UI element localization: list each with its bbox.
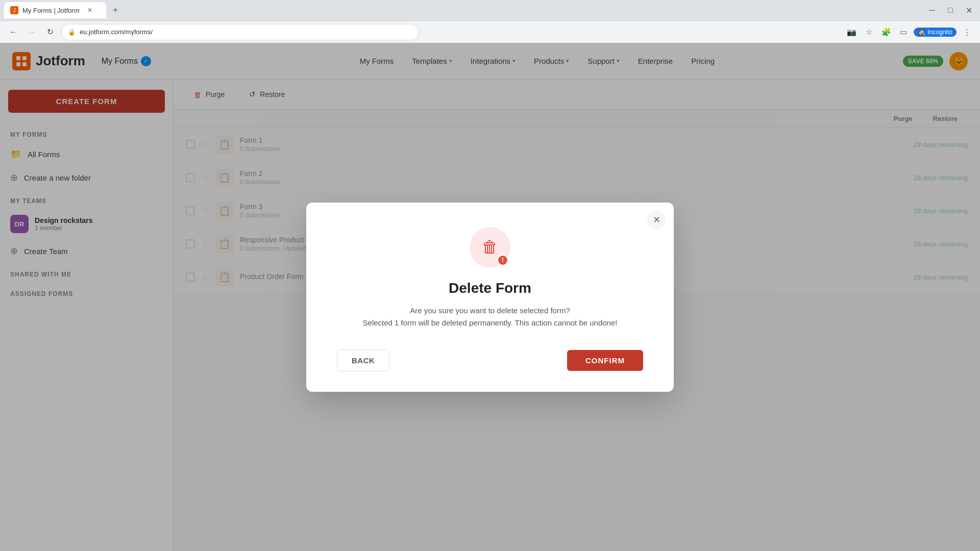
modal-warning-badge: ! — [497, 255, 508, 266]
bookmark-icon[interactable]: ☆ — [862, 25, 876, 39]
sidebar-toggle-icon[interactable]: ▭ — [896, 25, 911, 39]
modal-close-button[interactable]: ✕ — [647, 211, 666, 229]
modal-description: Are you sure you want to delete selected… — [337, 305, 643, 329]
tab-close-button[interactable]: ✕ — [86, 6, 94, 14]
tab-favicon: J — [10, 6, 18, 14]
browser-tab[interactable]: J My Forms | Jotform ✕ — [4, 2, 106, 18]
address-text: eu.jotform.com/myforms/ — [80, 28, 153, 36]
incognito-badge: 🕵 Incognito — [914, 28, 957, 37]
camera-icon[interactable]: 📷 — [844, 25, 859, 39]
extensions-icon[interactable]: 🧩 — [879, 25, 893, 39]
incognito-icon: 🕵 — [918, 29, 925, 36]
modal-desc-line1: Are you sure you want to delete selected… — [410, 306, 570, 315]
back-button[interactable]: BACK — [337, 349, 389, 371]
modal-desc-line2: Selected 1 form will be deleted permanen… — [363, 318, 618, 327]
browser-toolbar: ← → ↻ 🔒 eu.jotform.com/myforms/ 📷 ☆ 🧩 ▭ … — [0, 20, 980, 43]
back-button[interactable]: ← — [6, 25, 20, 39]
confirm-button[interactable]: CONFIRM — [567, 350, 643, 371]
reload-button[interactable]: ↻ — [43, 25, 57, 39]
address-bar[interactable]: 🔒 eu.jotform.com/myforms/ — [61, 24, 419, 40]
forward-button[interactable]: → — [24, 25, 39, 39]
modal-title: Delete Form — [337, 280, 643, 296]
modal-overlay: ✕ 🗑 ! Delete Form Are you sure you want … — [0, 43, 980, 551]
maximize-button[interactable]: □ — [943, 3, 958, 17]
menu-button[interactable]: ⋮ — [960, 25, 974, 39]
browser-titlebar: J My Forms | Jotform ✕ + ─ □ ✕ — [0, 0, 980, 20]
lock-icon: 🔒 — [68, 29, 76, 36]
delete-form-modal: ✕ 🗑 ! Delete Form Are you sure you want … — [306, 203, 674, 392]
modal-actions: BACK CONFIRM — [337, 349, 643, 371]
incognito-label: Incognito — [927, 29, 952, 36]
toolbar-actions: 📷 ☆ 🧩 ▭ 🕵 Incognito ⋮ — [844, 25, 974, 39]
tab-title: My Forms | Jotform — [22, 7, 80, 14]
new-tab-button[interactable]: + — [108, 3, 122, 17]
modal-icon-wrap: 🗑 ! — [337, 227, 643, 268]
minimize-button[interactable]: ─ — [925, 3, 939, 17]
close-window-button[interactable]: ✕ — [962, 3, 976, 17]
modal-trash-icon: 🗑 — [482, 238, 498, 257]
modal-icon-circle: 🗑 ! — [470, 227, 510, 268]
